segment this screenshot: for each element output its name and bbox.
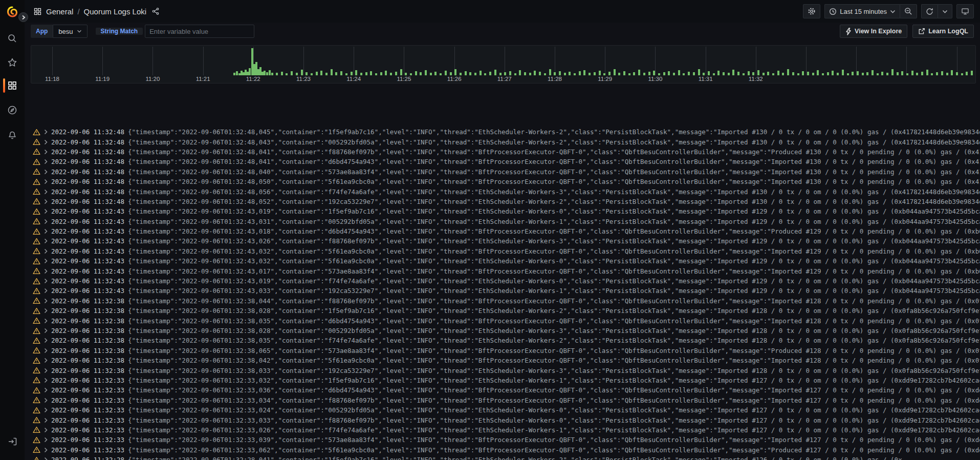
log-row[interactable]: 2022-09-06 11:32:43 {"timestamp":"2022-0… (33, 226, 980, 236)
expand-chevron-icon[interactable] (44, 457, 48, 460)
breadcrumb-folder[interactable]: General (46, 7, 73, 16)
log-row[interactable]: 2022-09-06 11:32:33 {"timestamp":"2022-0… (33, 375, 980, 385)
expand-chevron-icon[interactable] (44, 308, 48, 313)
expand-chevron-icon[interactable] (44, 238, 48, 244)
log-row[interactable]: 2022-09-06 11:32:33 {"timestamp":"2022-0… (33, 435, 980, 445)
log-time: 2022-09-06 11:32:33 (51, 416, 124, 424)
refresh-interval-dropdown[interactable] (938, 4, 952, 18)
expand-chevron-icon[interactable] (44, 278, 48, 284)
view-in-explore-button[interactable]: View In Explore (840, 25, 907, 38)
log-row[interactable]: 2022-09-06 11:32:43 {"timestamp":"2022-0… (33, 256, 980, 266)
sidebar-item-starred[interactable] (0, 52, 25, 73)
log-row[interactable]: 2022-09-06 11:32:43 {"timestamp":"2022-0… (33, 286, 980, 296)
sidebar-item-explore[interactable] (0, 100, 25, 120)
expand-chevron-icon[interactable] (44, 288, 48, 294)
histogram-bar (370, 71, 372, 75)
variables-row: App besu String Match View In Explore Le… (31, 25, 974, 38)
expand-chevron-icon[interactable] (44, 169, 48, 175)
expand-chevron-icon[interactable] (44, 437, 48, 443)
log-row[interactable]: 2022-09-06 11:32:48 {"timestamp":"2022-0… (33, 197, 980, 206)
log-row[interactable]: 2022-09-06 11:32:48 {"timestamp":"2022-0… (33, 157, 980, 166)
expand-chevron-icon[interactable] (44, 378, 48, 383)
sidebar-item-dashboards[interactable] (0, 75, 25, 96)
expand-chevron-icon[interactable] (44, 427, 48, 433)
expand-chevron-icon[interactable] (44, 189, 48, 195)
string-match-input[interactable] (145, 25, 254, 38)
expand-chevron-icon[interactable] (44, 447, 48, 453)
share-dashboard-button[interactable] (150, 7, 161, 15)
log-row[interactable]: 2022-09-06 11:32:38 {"timestamp":"2022-0… (33, 336, 980, 345)
expand-chevron-icon[interactable] (44, 219, 48, 224)
histogram-bar (698, 69, 700, 75)
log-row[interactable]: 2022-09-06 11:32:33 {"timestamp":"2022-0… (33, 405, 980, 415)
expand-chevron-icon[interactable] (44, 199, 48, 204)
log-row[interactable]: 2022-09-06 11:32:43 {"timestamp":"2022-0… (33, 246, 980, 256)
dashboard-settings-button[interactable] (803, 4, 820, 18)
log-row[interactable]: 2022-09-06 11:32:48 {"timestamp":"2022-0… (33, 167, 980, 177)
expand-chevron-icon[interactable] (44, 348, 48, 353)
expand-chevron-icon[interactable] (44, 398, 48, 403)
log-row[interactable]: 2022-09-06 11:32:38 {"timestamp":"2022-0… (33, 316, 980, 325)
log-row[interactable]: 2022-09-06 11:32:43 {"timestamp":"2022-0… (33, 266, 980, 276)
expand-chevron-icon[interactable] (44, 298, 48, 304)
log-row[interactable]: 2022-09-06 11:32:43 {"timestamp":"2022-0… (33, 206, 980, 216)
expand-chevron-icon[interactable] (44, 179, 48, 184)
expand-chevron-icon[interactable] (44, 407, 48, 413)
open-sidebar-button[interactable] (18, 12, 28, 22)
log-row[interactable]: 2022-09-06 11:32:43 {"timestamp":"2022-0… (33, 236, 980, 246)
log-row[interactable]: 2022-09-06 11:32:33 {"timestamp":"2022-0… (33, 425, 980, 435)
log-row[interactable]: 2022-09-06 11:32:33 {"timestamp":"2022-0… (33, 385, 980, 395)
log-row[interactable]: 2022-09-06 11:32:28 {"timestamp":"2022-0… (33, 455, 980, 460)
expand-chevron-icon[interactable] (44, 139, 48, 145)
histogram-plot[interactable] (31, 47, 975, 75)
expand-chevron-icon[interactable] (44, 129, 48, 135)
expand-chevron-icon[interactable] (44, 228, 48, 234)
time-zoom-out-button[interactable] (900, 4, 917, 18)
expand-chevron-icon[interactable] (44, 417, 48, 423)
log-row[interactable]: 2022-09-06 11:32:43 {"timestamp":"2022-0… (33, 276, 980, 286)
log-row[interactable]: 2022-09-06 11:32:38 {"timestamp":"2022-0… (33, 306, 980, 316)
log-row[interactable]: 2022-09-06 11:32:48 {"timestamp":"2022-0… (33, 186, 980, 196)
histogram-bar (269, 70, 271, 75)
log-row[interactable]: 2022-09-06 11:32:33 {"timestamp":"2022-0… (33, 415, 980, 425)
log-row[interactable]: 2022-09-06 11:32:38 {"timestamp":"2022-0… (33, 296, 980, 306)
refresh-button[interactable] (921, 4, 938, 18)
expand-chevron-icon[interactable] (44, 338, 48, 343)
log-row[interactable]: 2022-09-06 11:32:38 {"timestamp":"2022-0… (33, 346, 980, 356)
string-match-label: String Match (96, 28, 143, 35)
sidebar-item-sign-in[interactable] (0, 431, 25, 452)
expand-chevron-icon[interactable] (44, 387, 48, 393)
expand-chevron-icon[interactable] (44, 268, 48, 274)
expand-chevron-icon[interactable] (44, 159, 48, 164)
log-row[interactable]: 2022-09-06 11:32:38 {"timestamp":"2022-0… (33, 365, 980, 375)
expand-chevron-icon[interactable] (44, 258, 48, 264)
page-title: Quorum Logs Loki (84, 7, 147, 16)
log-row[interactable]: 2022-09-06 11:32:38 {"timestamp":"2022-0… (33, 356, 980, 365)
log-row[interactable]: 2022-09-06 11:32:33 {"timestamp":"2022-0… (33, 395, 980, 405)
expand-chevron-icon[interactable] (44, 248, 48, 254)
expand-chevron-icon[interactable] (44, 368, 48, 373)
log-row[interactable]: 2022-09-06 11:32:43 {"timestamp":"2022-0… (33, 217, 980, 226)
histogram-bar (454, 69, 456, 75)
kiosk-mode-button[interactable] (956, 4, 974, 18)
log-row[interactable]: 2022-09-06 11:32:38 {"timestamp":"2022-0… (33, 326, 980, 336)
app-variable-dropdown[interactable]: besu (53, 25, 87, 38)
learn-logql-button[interactable]: Learn LogQL (912, 25, 974, 38)
expand-chevron-icon[interactable] (44, 358, 48, 363)
expand-chevron-icon[interactable] (44, 328, 48, 333)
expand-chevron-icon[interactable] (44, 318, 48, 324)
sidebar-item-alerting[interactable] (0, 124, 25, 145)
time-range-picker[interactable]: Last 15 minutes (824, 4, 900, 18)
dashboards-grid-icon[interactable] (33, 7, 42, 16)
log-row[interactable]: 2022-09-06 11:32:48 {"timestamp":"2022-0… (33, 137, 980, 147)
log-body: {"timestamp":"2022-09-06T01:32:48,045","… (128, 128, 980, 136)
expand-chevron-icon[interactable] (44, 208, 48, 214)
sidebar-item-search[interactable] (0, 28, 25, 49)
log-row[interactable]: 2022-09-06 11:32:48 {"timestamp":"2022-0… (33, 147, 980, 157)
log-row[interactable]: 2022-09-06 11:32:33 {"timestamp":"2022-0… (33, 445, 980, 455)
log-row[interactable]: 2022-09-06 11:32:48 {"timestamp":"2022-0… (33, 127, 980, 137)
log-list: 2022-09-06 11:32:48 {"timestamp":"2022-0… (33, 127, 980, 460)
expand-chevron-icon[interactable] (44, 149, 48, 155)
log-row[interactable]: 2022-09-06 11:32:48 {"timestamp":"2022-0… (33, 177, 980, 186)
log-body: {"timestamp":"2022-09-06T01:32:43,031","… (128, 218, 980, 225)
